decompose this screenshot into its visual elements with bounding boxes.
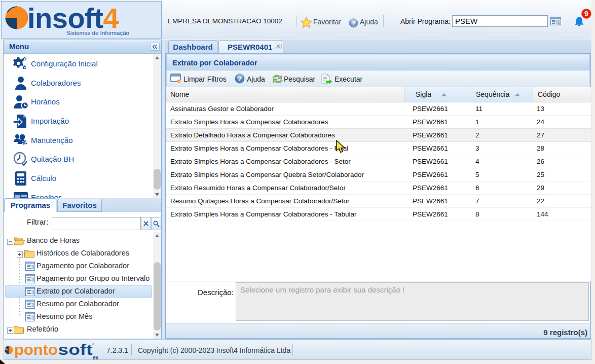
svg-text:ponto: ponto [14,341,58,358]
svg-text:?: ? [238,75,242,83]
svg-text:soft: soft [58,341,93,358]
svg-text:°: ° [92,343,94,348]
svg-text:?: ? [352,20,355,27]
